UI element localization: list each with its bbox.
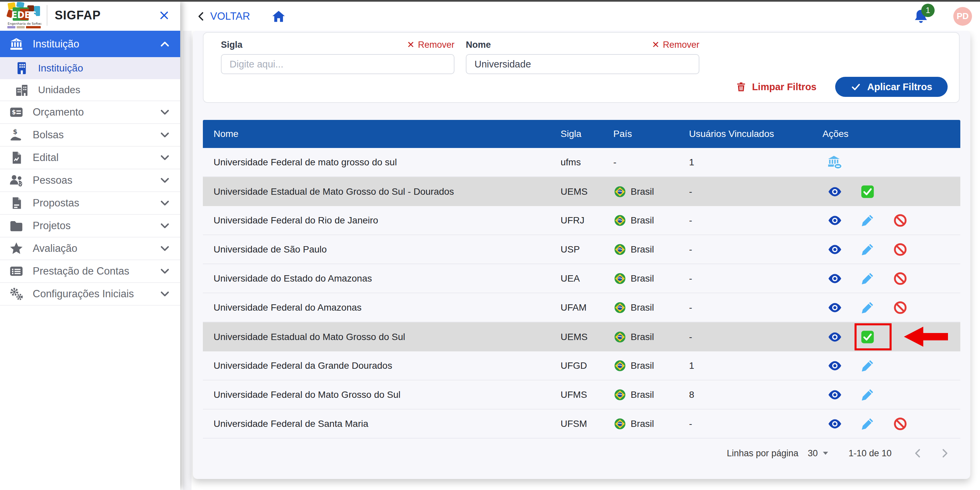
back-button[interactable]: VOLTAR: [196, 10, 250, 22]
previous-page-icon[interactable]: [912, 448, 924, 459]
row-actions: [822, 206, 960, 235]
linked-users-count: 1: [689, 361, 822, 371]
institution-country: Brasil: [613, 243, 689, 256]
edit-icon[interactable]: [860, 242, 875, 257]
active-checkbox-icon[interactable]: [860, 329, 875, 345]
sidebar: EDES Engenharia de Software SIGFAP Insti…: [0, 0, 180, 490]
sidebar-item-instituicao[interactable]: Instituição: [0, 31, 180, 57]
institution-country: Brasil: [613, 417, 689, 431]
linked-users-count: 8: [689, 389, 822, 400]
view-icon[interactable]: [827, 329, 843, 345]
sidebar-item-unidades[interactable]: Unidades: [0, 79, 180, 101]
sidebar-item-pessoas[interactable]: Pessoas: [0, 169, 180, 192]
block-icon[interactable]: [892, 213, 908, 228]
sidebar-item-edital[interactable]: Edital: [0, 147, 180, 169]
remove-filter-label: Remover: [418, 40, 455, 50]
view-icon[interactable]: [827, 300, 843, 315]
table-row[interactable]: Universidade Estadual de Mato Grosso do …: [203, 177, 960, 206]
block-icon[interactable]: [892, 242, 908, 257]
edit-icon[interactable]: [860, 358, 875, 373]
country-label: Brasil: [631, 273, 654, 284]
main-panel: Sigla ✕ Remover Nome ✕ Remover Limpar Fi…: [193, 31, 970, 479]
list-icon: [9, 263, 24, 279]
linked-users-count: -: [689, 332, 822, 342]
sidebar-item-label: Instituição: [33, 38, 80, 50]
institution-country: -: [613, 157, 689, 168]
block-icon[interactable]: [892, 300, 908, 315]
view-icon[interactable]: [827, 184, 843, 200]
view-icon[interactable]: [827, 387, 843, 402]
edit-icon[interactable]: [860, 416, 875, 431]
chevron-down-icon: [158, 105, 172, 119]
edit-icon[interactable]: [860, 387, 875, 402]
building-icon: [14, 61, 29, 76]
table-row[interactable]: Universidade de São Paulo USP Brasil -: [203, 235, 960, 264]
rows-per-page-select[interactable]: 30: [808, 448, 829, 459]
sidebar-item-bolsas[interactable]: Bolsas: [0, 124, 180, 147]
content-scrollbar[interactable]: [183, 31, 191, 490]
country-label: Brasil: [631, 332, 654, 342]
view-icon[interactable]: [827, 358, 843, 373]
country-label: Brasil: [631, 418, 654, 429]
link-institution-icon[interactable]: [827, 155, 843, 170]
remove-filter-button[interactable]: ✕ Remover: [652, 40, 699, 50]
institution-country: Brasil: [613, 359, 689, 372]
table-row[interactable]: Universidade Federal do Amazonas UFAM Br…: [203, 293, 960, 322]
logo-divider: [47, 5, 48, 26]
active-checkbox-icon[interactable]: [860, 184, 875, 200]
filter-input-nome[interactable]: [466, 54, 699, 74]
institution-name: Universidade do Estado do Amazonas: [203, 273, 561, 284]
chevron-down-icon: [158, 265, 172, 278]
sidebar-close-icon[interactable]: [157, 8, 172, 23]
notifications-button[interactable]: 1: [913, 8, 929, 25]
sidebar-item-label: Pessoas: [33, 174, 72, 187]
edit-icon[interactable]: [860, 271, 875, 286]
table-row[interactable]: Universidade Estadual do Mato Grosso do …: [203, 322, 960, 351]
table-row[interactable]: Universidade Federal de Santa Maria UFSM…: [203, 410, 960, 439]
next-page-icon[interactable]: [939, 448, 950, 459]
table-row[interactable]: Universidade Federal da Grande Dourados …: [203, 351, 960, 380]
brazil-flag-icon: [613, 388, 627, 402]
linked-users-count: -: [689, 244, 822, 255]
column-header-acoes: Ações: [822, 129, 960, 139]
app-title: SIGFAP: [55, 8, 101, 22]
sidebar-item-configuracoes-iniciais[interactable]: Configurações Iniciais: [0, 283, 180, 306]
view-icon[interactable]: [827, 242, 843, 257]
clear-filters-button[interactable]: Limpar Filtros: [735, 81, 816, 93]
block-icon[interactable]: [892, 416, 908, 431]
chevron-left-icon: [196, 11, 207, 22]
edit-icon[interactable]: [860, 213, 875, 228]
apply-filters-button[interactable]: Aplicar Filtros: [835, 77, 948, 97]
institution-sigla: UFGD: [561, 361, 613, 371]
view-icon[interactable]: [827, 416, 843, 431]
filter-input-sigla[interactable]: [221, 54, 455, 74]
bank-icon: [9, 37, 24, 52]
block-icon[interactable]: [892, 271, 908, 286]
sidebar-item-orcamento[interactable]: Orçamento: [0, 101, 180, 124]
home-icon[interactable]: [271, 9, 286, 24]
sidebar-item-avaliacao[interactable]: Avaliação: [0, 238, 180, 260]
logo-caption: Engenharia de Software: [8, 22, 41, 26]
table-row[interactable]: Universidade Federal de mato grosso do s…: [203, 148, 960, 177]
brazil-flag-icon: [613, 214, 627, 227]
city-icon: [14, 82, 29, 97]
avatar[interactable]: PD: [953, 7, 972, 26]
table-row[interactable]: Universidade do Estado do Amazonas UEA B…: [203, 264, 960, 293]
file-chart-icon: [9, 150, 24, 165]
sidebar-item-projetos[interactable]: Projetos: [0, 215, 180, 238]
edit-icon[interactable]: [860, 300, 875, 315]
row-actions: [822, 177, 960, 206]
institution-name: Universidade Federal do Rio de Janeiro: [203, 215, 561, 226]
remove-filter-button[interactable]: ✕ Remover: [407, 40, 455, 50]
table-row[interactable]: Universidade Federal do Mato Grosso do S…: [203, 380, 960, 410]
chevron-down-icon: [158, 219, 172, 233]
view-icon[interactable]: [827, 271, 843, 286]
filter-label: Sigla: [221, 40, 243, 50]
table-row[interactable]: Universidade Federal do Rio de Janeiro U…: [203, 206, 960, 235]
sidebar-item-label: Instituição: [38, 62, 83, 74]
table-header-row: NomeSiglaPaísUsuários VinculadosAções: [203, 120, 960, 148]
sidebar-item-instituicao[interactable]: Instituição: [0, 57, 180, 79]
view-icon[interactable]: [827, 213, 843, 228]
sidebar-item-propostas[interactable]: Propostas: [0, 192, 180, 215]
sidebar-item-prestacao-de-contas[interactable]: Prestação de Contas: [0, 260, 180, 283]
